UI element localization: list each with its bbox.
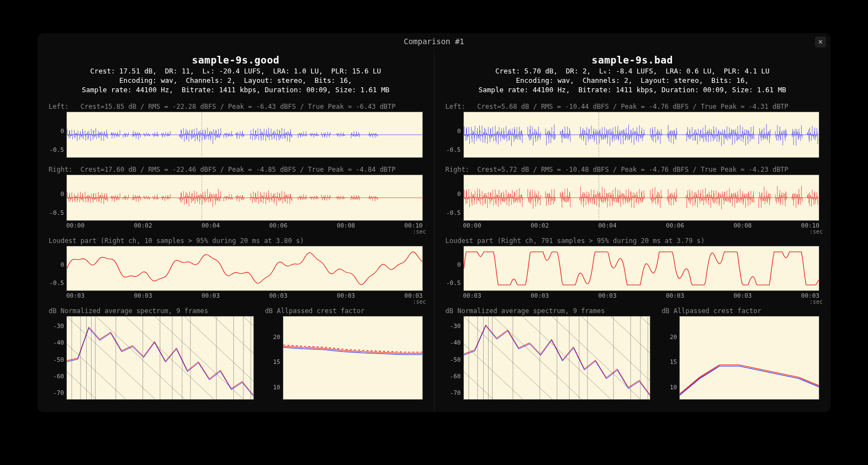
waveform-right-bad[interactable]: [463, 175, 820, 221]
y-axis-wave: 0 -0.5: [50, 175, 65, 221]
y-axis-loud: 0 -0.5: [447, 246, 462, 291]
db-label: dB: [49, 307, 56, 315]
y-axis-apcf: 201510: [266, 316, 282, 400]
svg-line-20: [67, 316, 126, 399]
window-title: Comparison #1: [404, 37, 464, 46]
titlebar[interactable]: Comparison #1 ✕: [38, 33, 830, 50]
svg-line-23: [126, 316, 214, 399]
waveform-left-good[interactable]: [66, 112, 423, 158]
y-axis-wave: 0 -0.5: [447, 175, 462, 221]
y-axis-spec: -30-40-50-60-70: [50, 316, 65, 400]
y-axis-spec: -30-40-50-60-70: [447, 316, 462, 400]
meta-line-2: Encoding: wav, Channels: 2, Layout: ster…: [446, 76, 820, 86]
spectrum-plot-good[interactable]: [66, 316, 254, 400]
svg-line-25: [184, 316, 253, 399]
apcf-header: Allpassed crest factor: [277, 307, 364, 315]
svg-line-52: [464, 316, 552, 399]
svg-line-51: [464, 316, 523, 399]
svg-line-21: [67, 316, 155, 399]
svg-line-27: [244, 316, 253, 399]
meta-line-3: Sample rate: 44100 Hz, Bitrate: 1411 kbp…: [446, 86, 820, 95]
meta-line-3: Sample rate: 44100 Hz, Bitrate: 1411 kbp…: [49, 86, 423, 95]
spectrum-header: Normalized average spectrum, 9 frames: [61, 307, 208, 315]
y-axis-wave: 0 -0.5: [447, 112, 462, 158]
svg-line-58: [640, 316, 650, 399]
comparison-window: Comparison #1 ✕ sample-9s.good Crest: 17…: [38, 33, 830, 412]
time-axis: 00:0000:0200:0400:0600:0800:10 :sec: [66, 222, 423, 229]
right-channel-header: Right: Crest=17.60 dB / RMS = -22.46 dBF…: [49, 166, 423, 173]
apcf-plot-good[interactable]: [283, 316, 423, 400]
meta-line-1: Crest: 5.70 dB, DR: 2, Lₖ: -8.4 LUFS, LR…: [446, 67, 820, 76]
close-button[interactable]: ✕: [815, 36, 826, 47]
svg-line-22: [96, 316, 184, 399]
db-label: dB: [446, 307, 453, 315]
meta-line-2: Encoding: wav, Channels: 2, Layout: ster…: [49, 76, 423, 86]
loudest-header: Loudest part (Right ch, 791 samples > 95…: [446, 237, 820, 245]
meta-line-1: Crest: 17.51 dB, DR: 11, Lₖ: -20.4 LUFS,…: [49, 67, 423, 76]
spectrum-plot-bad[interactable]: [463, 316, 651, 400]
loud-axis: 00:0300:0300:0300:0300:0300:03 :sec: [463, 292, 820, 299]
file-title: sample-9s.bad: [446, 54, 820, 66]
waveform-left-bad[interactable]: [463, 112, 820, 158]
pane-bad: sample-9s.bad Crest: 5.70 dB, DR: 2, Lₖ:…: [435, 50, 831, 412]
waveform-right-good[interactable]: [66, 175, 423, 221]
y-axis-apcf: 201510: [663, 316, 678, 400]
db-label: dB: [661, 307, 669, 315]
svg-line-53: [493, 316, 581, 399]
loud-axis: 00:0300:0300:0300:0300:0300:03 :sec: [66, 292, 423, 299]
right-channel-header: Right: Crest=5.72 dB / RMS = -10.48 dBFS…: [446, 166, 820, 173]
time-axis: 00:0000:0200:0400:0600:0800:10 :sec: [463, 222, 820, 229]
svg-line-56: [581, 316, 650, 399]
pane-container: sample-9s.good Crest: 17.51 dB, DR: 11, …: [38, 50, 830, 412]
pane-good: sample-9s.good Crest: 17.51 dB, DR: 11, …: [38, 50, 435, 412]
db-label: dB: [265, 307, 273, 315]
apcf-plot-bad[interactable]: [679, 316, 819, 400]
y-axis-loud: 0 -0.5: [50, 246, 65, 291]
left-channel-header: Left: Crest=5.68 dB / RMS = -10.44 dBFS …: [446, 103, 820, 110]
loudest-header: Loudest part (Right ch, 10 samples > 95%…: [49, 237, 423, 245]
close-icon: ✕: [818, 37, 823, 46]
left-channel-header: Left: Crest=15.85 dB / RMS = -22.28 dBFS…: [49, 103, 423, 110]
loudest-plot-bad[interactable]: [463, 246, 820, 291]
file-title: sample-9s.good: [49, 54, 423, 66]
y-axis-wave: 0 -0.5: [50, 112, 65, 158]
spectrum-header: Normalized average spectrum, 9 frames: [457, 307, 605, 315]
svg-line-54: [522, 316, 611, 399]
loudest-plot-good[interactable]: [66, 246, 423, 291]
apcf-header: Allpassed crest factor: [674, 307, 761, 315]
